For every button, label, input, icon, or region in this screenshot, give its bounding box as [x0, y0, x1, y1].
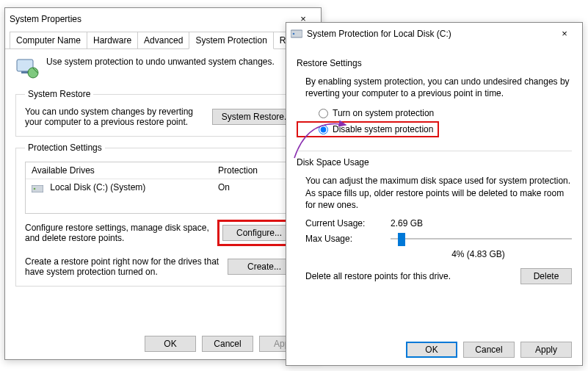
restore-desc: You can undo system changes by reverting… [25, 107, 205, 127]
disk-usage-label: Disk Space Usage [297, 157, 572, 168]
ok-button[interactable]: OK [406, 342, 457, 358]
tab-advanced[interactable]: Advanced [137, 32, 189, 48]
ok-button[interactable]: OK [145, 336, 196, 352]
configure-button[interactable]: Configure... [222, 225, 296, 241]
group-legend: Protection Settings [25, 143, 105, 153]
hard-drive-icon [32, 184, 43, 192]
svg-point-2 [28, 68, 38, 78]
dialog-footer: OK Cancel Apply [286, 342, 582, 358]
titlebar[interactable]: System Properties × [5, 8, 321, 30]
current-usage-label: Current Usage: [305, 218, 379, 228]
system-protection-config-dialog: System Protection for Local Disk (C:) × … [286, 22, 583, 366]
close-icon[interactable]: × [548, 23, 581, 43]
drive-name: Local Disk (C:) (System) [50, 182, 145, 192]
window-title: System Properties [10, 14, 81, 24]
protection-settings-group: Protection Settings Available Drives Pro… [15, 143, 311, 287]
radio-turn-on-input[interactable] [319, 109, 328, 118]
svg-point-4 [34, 188, 36, 190]
titlebar[interactable]: System Protection for Local Disk (C:) × [286, 23, 582, 45]
col-header-drives: Available Drives [26, 162, 212, 179]
drive-row[interactable]: Local Disk (C:) (System) On [26, 179, 300, 195]
cancel-button[interactable]: Cancel [463, 342, 515, 358]
svg-rect-3 [32, 185, 43, 192]
delete-desc: Delete all restore points for this drive… [305, 271, 512, 281]
monitor-shield-icon [15, 57, 39, 80]
tab-hardware[interactable]: Hardware [87, 32, 138, 48]
tab-system-protection[interactable]: System Protection [189, 32, 273, 49]
tab-pane: Use system protection to undo unwanted s… [5, 49, 321, 298]
svg-rect-1 [21, 71, 29, 73]
group-legend: System Restore [25, 89, 93, 99]
restore-desc: By enabling system protection, you can u… [305, 76, 572, 99]
radio-disable-label: Disable system protection [333, 124, 433, 134]
hard-drive-icon [291, 28, 302, 40]
radio-disable-input[interactable] [319, 125, 328, 134]
cancel-button[interactable]: Cancel [202, 336, 253, 352]
max-usage-label: Max Usage: [305, 234, 379, 244]
tab-strip: Computer Name Hardware Advanced System P… [5, 32, 321, 49]
svg-rect-5 [291, 30, 302, 37]
radio-turn-on[interactable]: Turn on system protection [319, 108, 572, 118]
svg-point-6 [293, 33, 295, 35]
restore-settings-label: Restore Settings [297, 58, 572, 68]
current-usage-value: 2.69 GB [391, 218, 423, 228]
system-restore-group: System Restore You can undo system chang… [15, 89, 311, 137]
usage-desc: You can adjust the maximum disk space us… [305, 175, 572, 211]
window-title: System Protection for Local Disk (C:) [307, 29, 451, 39]
radio-turn-on-label: Turn on system protection [333, 108, 434, 118]
delete-button[interactable]: Delete [520, 268, 572, 284]
tab-computer-name[interactable]: Computer Name [10, 32, 87, 48]
slider-value-text: 4% (4.83 GB) [385, 249, 572, 259]
configure-desc: Configure restore settings, manage disk … [25, 223, 210, 243]
intro-text: Use system protection to undo unwanted s… [46, 57, 275, 67]
config-pane: Restore Settings By enabling system prot… [286, 45, 582, 292]
dialog-footer: OK Cancel Apply [5, 336, 321, 352]
create-desc: Create a restore point right now for the… [25, 256, 220, 277]
max-usage-slider[interactable] [391, 231, 572, 246]
disable-highlight: Disable system protection [297, 121, 439, 137]
system-properties-dialog: System Properties × Computer Name Hardwa… [4, 7, 322, 360]
radio-disable[interactable]: Disable system protection [319, 124, 433, 134]
slider-thumb[interactable] [398, 233, 405, 246]
apply-button[interactable]: Apply [520, 342, 572, 358]
drives-list[interactable]: Available Drives Protection Local Disk (… [25, 162, 301, 214]
